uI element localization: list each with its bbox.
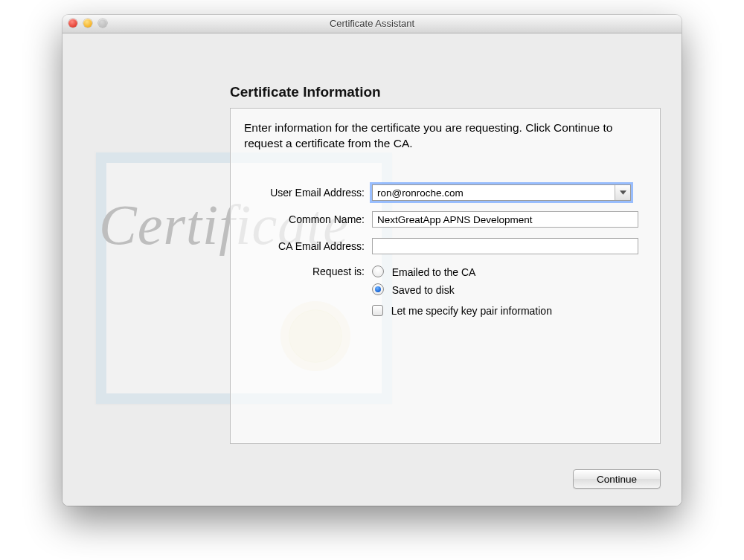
window-controls (68, 19, 107, 28)
checkbox-keypair[interactable] (372, 305, 383, 316)
label-ca-email: CA Email Address: (231, 240, 372, 252)
minimize-icon[interactable] (83, 19, 92, 28)
row-request-saved: Saved to disk (231, 280, 660, 299)
ca-email-input[interactable] (372, 238, 638, 254)
instructions-text: Enter information for the certificate yo… (244, 120, 646, 152)
radio-emailed[interactable] (372, 265, 384, 277)
label-common-name: Common Name: (231, 213, 372, 225)
close-icon[interactable] (68, 19, 77, 28)
dropdown-button[interactable] (615, 185, 630, 200)
row-request-emailed: Request is: Emailed to the CA (231, 262, 660, 281)
window-title: Certificate Assistant (330, 18, 414, 29)
option-emailed-label: Emailed to the CA (392, 265, 476, 277)
content-area: Certificate Information Enter informatio… (62, 33, 682, 506)
option-keypair-label: Let me specify key pair information (391, 304, 552, 316)
label-user-email: User Email Address: (231, 187, 372, 199)
option-saved-label: Saved to disk (392, 283, 455, 295)
radio-saved[interactable] (372, 283, 384, 295)
row-common-name: Common Name: (231, 210, 660, 229)
user-email-input[interactable] (373, 185, 615, 200)
titlebar: Certificate Assistant (62, 15, 682, 33)
window: Certificate Assistant Certificate Inform… (62, 15, 682, 506)
row-keypair: Let me specify key pair information (231, 300, 660, 320)
chevron-down-icon (620, 190, 626, 195)
page-title: Certificate Information (230, 84, 381, 100)
form-panel: Enter information for the certificate yo… (230, 108, 661, 444)
zoom-icon[interactable] (98, 19, 107, 28)
common-name-input[interactable] (372, 211, 638, 228)
continue-button[interactable]: Continue (573, 469, 661, 489)
row-user-email: User Email Address: (231, 183, 660, 202)
user-email-combobox[interactable] (372, 184, 631, 201)
label-request-is: Request is: (231, 265, 372, 277)
row-ca-email: CA Email Address: (231, 236, 660, 256)
